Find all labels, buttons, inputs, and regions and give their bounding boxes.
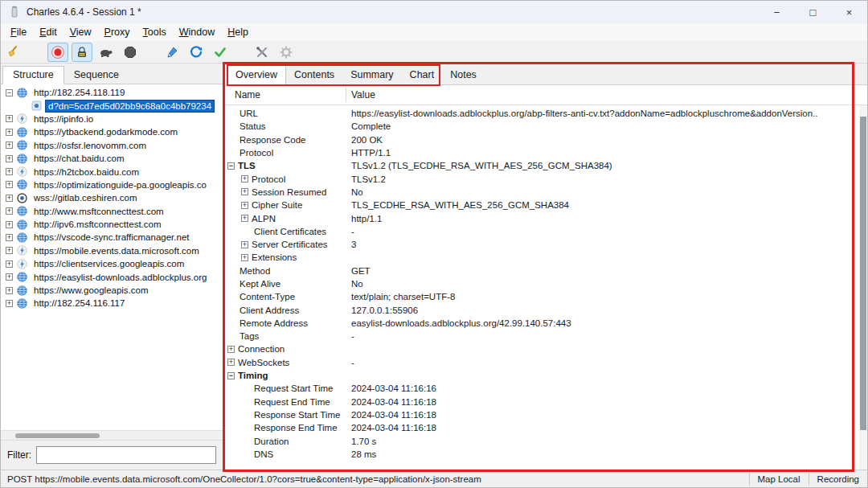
tree-item[interactable]: +https://optimizationguide-pa.googleapis… (1, 178, 223, 191)
expand-icon[interactable]: + (6, 273, 13, 281)
tree-item[interactable]: +https://mobile.events.data.microsoft.co… (1, 244, 223, 257)
table-row[interactable]: Client Certificates- (223, 225, 867, 238)
map-local-button[interactable]: Map Local (749, 473, 809, 486)
table-row[interactable]: Duration1.70 s (223, 434, 867, 447)
scrollbar-thumb[interactable] (15, 433, 100, 438)
expand-icon[interactable]: + (6, 129, 13, 136)
expand-icon[interactable]: + (227, 359, 235, 366)
breakpoints-stop-button[interactable] (120, 43, 141, 62)
table-row[interactable]: Response Code200 OK (223, 133, 867, 146)
table-row[interactable]: +ALPNhttp/1.1 (223, 211, 867, 224)
tab-contents[interactable]: Contents (286, 66, 342, 84)
table-row[interactable]: +Session ResumedNo (223, 186, 867, 199)
expand-icon[interactable]: + (6, 247, 13, 254)
tree-item[interactable]: +http://www.msftconnecttest.com (1, 205, 223, 218)
settings-gear-button[interactable] (276, 43, 297, 62)
tree-item[interactable]: +https://vscode-sync.trafficmanager.net (1, 231, 223, 244)
expand-icon[interactable]: + (6, 168, 13, 175)
collapse-icon[interactable]: − (227, 162, 235, 170)
tab-summary[interactable]: Summary (342, 66, 401, 84)
column-header-name[interactable]: Name (223, 89, 346, 100)
throttle-turtle-button[interactable] (96, 43, 117, 62)
tree-item[interactable]: −http://182.254.118.119 (1, 86, 223, 99)
expand-icon[interactable]: + (6, 260, 13, 268)
tab-sequence[interactable]: Sequence (64, 67, 129, 84)
expand-icon[interactable]: + (241, 241, 248, 248)
menu-file[interactable]: File (4, 25, 33, 39)
table-row[interactable]: Kept AliveNo (223, 277, 867, 290)
expand-icon[interactable]: + (241, 254, 248, 261)
table-row[interactable]: URLhttps://easylist-downloads.adblockplu… (223, 107, 867, 120)
recording-button[interactable]: Recording (809, 473, 867, 486)
tree-item[interactable]: +https://chat.baidu.com (1, 152, 223, 165)
tree-item[interactable]: +https://h2tcbox.baidu.com (1, 165, 223, 178)
table-row[interactable]: −Timing (223, 369, 867, 382)
tree-item[interactable]: +http://ipv6.msftconnecttest.com (1, 218, 223, 231)
menu-window[interactable]: Window (173, 25, 221, 39)
record-button[interactable] (47, 43, 68, 62)
close-button[interactable]: × (831, 1, 867, 23)
minimize-button[interactable]: − (759, 1, 795, 23)
expand-icon[interactable]: + (6, 287, 13, 294)
expand-icon[interactable]: + (6, 181, 13, 188)
menu-help[interactable]: Help (221, 25, 255, 39)
table-row[interactable]: +Extensions (223, 251, 867, 264)
table-row[interactable]: MethodGET (223, 265, 867, 277)
ssl-lock-button[interactable] (72, 43, 92, 62)
expand-icon[interactable]: + (6, 141, 13, 149)
table-row[interactable]: Content-Typetext/plain; charset=UTF-8 (223, 290, 867, 303)
expand-icon[interactable]: + (227, 346, 235, 353)
tree-item[interactable]: +https://clientservices.googleapis.com (1, 257, 223, 270)
menu-edit[interactable]: Edit (33, 25, 63, 39)
table-row[interactable]: −TLSTLSv1.2 (TLS_ECDHE_RSA_WITH_AES_256_… (223, 159, 867, 172)
detail-vertical-scrollbar[interactable] (859, 105, 867, 470)
validate-check-button[interactable] (210, 43, 231, 62)
expand-icon[interactable]: + (6, 234, 13, 241)
table-row[interactable]: +Connection (223, 342, 867, 355)
tab-structure[interactable]: Structure (2, 66, 64, 84)
table-row[interactable]: +Server Certificates3 (223, 238, 867, 251)
tab-chart[interactable]: Chart (402, 66, 443, 84)
expand-icon[interactable]: + (241, 188, 248, 195)
tab-notes[interactable]: Notes (442, 66, 485, 84)
tree-item[interactable]: +https://easylist-downloads.adblockplus.… (1, 270, 223, 283)
expand-icon[interactable]: + (6, 155, 13, 162)
repeat-refresh-button[interactable] (186, 43, 207, 62)
tree-item[interactable]: +https://ipinfo.io (1, 113, 223, 125)
expand-icon[interactable]: + (241, 202, 248, 209)
maximize-button[interactable]: □ (795, 1, 831, 23)
scrollbar-thumb[interactable] (860, 117, 866, 430)
table-row[interactable]: Response Start Time2024-03-04 11:16:18 (223, 408, 867, 421)
tree-item[interactable]: +https://ytbackend.godarkmode.com (1, 125, 223, 138)
table-row[interactable]: +Cipher SuiteTLS_ECDHE_RSA_WITH_AES_256_… (223, 199, 867, 211)
table-row[interactable]: +ProtocolTLSv1.2 (223, 172, 867, 185)
expand-icon[interactable]: + (241, 215, 248, 222)
collapse-icon[interactable]: − (6, 89, 13, 96)
tree-item[interactable]: d?dn=5cd7ed5d02bb9c68a0c4bb79234 (1, 99, 223, 112)
expand-icon[interactable]: + (6, 195, 13, 202)
table-row[interactable]: ProtocolHTTP/1.1 (223, 146, 867, 159)
menu-tools[interactable]: Tools (137, 25, 173, 39)
compose-pen-button[interactable] (162, 43, 182, 62)
expand-icon[interactable]: + (6, 207, 13, 215)
filter-input[interactable] (36, 446, 216, 464)
table-row[interactable]: +WebSockets- (223, 356, 867, 369)
tree-horizontal-scrollbar[interactable] (1, 430, 223, 440)
table-row[interactable]: Remote Addresseasylist-downloads.adblock… (223, 317, 867, 330)
expand-icon[interactable]: + (241, 175, 248, 182)
collapse-icon[interactable]: − (227, 372, 235, 379)
table-row[interactable]: Client Address127.0.0.1:55906 (223, 303, 867, 316)
expand-icon[interactable]: + (6, 115, 13, 122)
tab-overview[interactable]: Overview (227, 65, 286, 85)
table-row[interactable]: Tags- (223, 330, 867, 342)
table-row[interactable]: Request Start Time2024-03-04 11:16:16 (223, 382, 867, 395)
column-header-value[interactable]: Value (346, 89, 375, 100)
tree-item[interactable]: +wss://gitlab.ceshiren.com (1, 191, 223, 204)
tree-item[interactable]: +https://osfsr.lenovomm.com (1, 139, 223, 152)
menu-view[interactable]: View (63, 25, 98, 39)
tree-item[interactable]: +http://182.254.116.117 (1, 297, 223, 310)
column-divider[interactable] (346, 88, 346, 102)
clear-session-broom-button[interactable] (2, 43, 23, 62)
expand-icon[interactable]: + (6, 221, 13, 228)
tree-item[interactable]: +https://www.googleapis.com (1, 284, 223, 297)
